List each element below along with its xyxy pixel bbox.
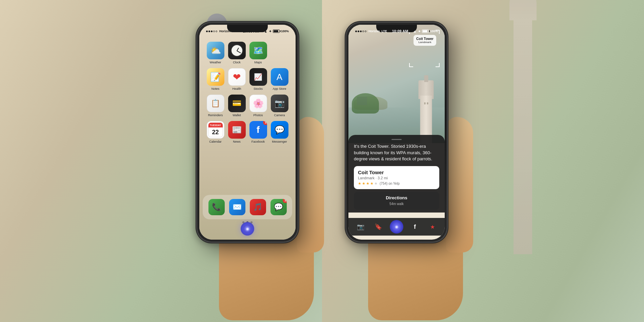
camera-icon: 📷 xyxy=(271,95,288,112)
ar-corner-br xyxy=(436,63,440,67)
clock-icon xyxy=(228,42,246,59)
carrier-right: Horizon xyxy=(368,29,380,33)
right-screen: Coit Tower Landmark Horiz xyxy=(348,25,445,240)
card-subtitle: Landmark · 3.2 mi xyxy=(358,176,435,180)
battery-right xyxy=(422,29,429,33)
app-camera[interactable]: 📷 Camera xyxy=(270,95,289,117)
star4: ★ xyxy=(370,181,374,186)
reminders-label: Reminders xyxy=(208,114,223,117)
app-news[interactable]: 📰 News xyxy=(227,121,246,143)
star2: ★ xyxy=(362,181,365,186)
rdot4 xyxy=(362,31,364,32)
status-right-left: ▲ ✦ 100% xyxy=(264,29,289,33)
signal-dots-r xyxy=(355,31,366,32)
health-icon: ❤ xyxy=(228,68,246,86)
ar-yelp-icon[interactable]: ★ xyxy=(426,221,439,233)
battery-fill-left xyxy=(274,30,278,32)
phones-container: Horizon LTE 10:09 AM ▲ ✦ 100% xyxy=(0,0,644,322)
clock-face xyxy=(231,44,243,57)
siri-button-left[interactable]: ◉ xyxy=(241,222,254,236)
facebook-icon: f 1 xyxy=(249,121,267,139)
messages-icon: 💬 1 xyxy=(270,199,287,215)
directions-label: Directions xyxy=(357,195,436,200)
tower-windows xyxy=(424,102,428,104)
dot4 xyxy=(213,31,215,32)
weather-label: Weather xyxy=(210,61,221,64)
right-status-bar: Horizon LTE 10:09 AM ▲ ✦ 100% xyxy=(348,25,445,36)
card-reviews: (754) on Yelp xyxy=(380,182,400,185)
app-wallet[interactable]: 💳 Wallet xyxy=(227,95,246,117)
ar-trees xyxy=(352,93,379,114)
app-health[interactable]: ❤ Health xyxy=(227,68,246,90)
phone-icon: 📞 xyxy=(208,199,225,215)
app-calendar[interactable]: TUESDAY 22 Calendar xyxy=(206,121,225,143)
appstore-icon: A xyxy=(271,68,288,86)
star3: ★ xyxy=(366,181,369,186)
directions-button[interactable]: Directions 54m walk xyxy=(354,192,439,210)
app-appstore[interactable]: A App Store xyxy=(270,68,289,90)
app-grid: ⛅ Weather Clock xyxy=(199,38,296,147)
window1 xyxy=(424,102,425,104)
facebook-badge: 1 xyxy=(263,121,267,125)
ar-siri-button[interactable]: ◉ xyxy=(390,220,403,234)
ar-siri-icon: ◉ xyxy=(395,224,398,229)
app-stocks[interactable]: 📈 Stocks xyxy=(249,68,267,90)
app-reminders[interactable]: 📋 Reminders xyxy=(206,95,225,117)
messenger-label: Messenger xyxy=(272,140,287,143)
mail-icon: ✉️ xyxy=(229,199,245,215)
card-stars: ★ ★ ★ ★ ★ (754) on Yelp xyxy=(358,181,435,186)
ar-facebook-icon[interactable]: f xyxy=(409,221,421,233)
card-title: Coit Tower xyxy=(358,169,435,175)
window2 xyxy=(427,102,428,104)
dot2 xyxy=(208,31,210,32)
ar-landmark-label: Coit Tower Landmark xyxy=(414,35,436,46)
app-maps[interactable]: 🗺️ Maps xyxy=(249,42,267,64)
notch-left xyxy=(227,25,268,32)
dock-phone[interactable]: 📞 xyxy=(208,199,225,215)
app-photos[interactable]: 🌸 Photos xyxy=(249,95,267,117)
left-phone-wrapper: Horizon LTE 10:09 AM ▲ ✦ 100% xyxy=(183,22,312,300)
siri-inner-left: ◉ xyxy=(243,225,251,233)
app-weather[interactable]: ⛅ Weather xyxy=(206,42,225,64)
ar-landmark-type: Landmark xyxy=(416,41,434,44)
camera-label: Camera xyxy=(274,114,285,117)
ar-bookmark-icon[interactable]: 🔖 xyxy=(372,221,384,233)
news-icon: 📰 xyxy=(228,121,246,139)
app-messenger[interactable]: 💬 Messenger xyxy=(270,121,289,143)
dock-mail[interactable]: ✉️ xyxy=(229,199,245,215)
ar-camera-icon[interactable]: 📷 xyxy=(355,221,367,233)
app-facebook[interactable]: f 1 Facebook xyxy=(249,121,267,143)
rdot1 xyxy=(355,31,357,32)
dock-messages[interactable]: 💬 1 xyxy=(270,199,287,215)
clock-minute-hand xyxy=(237,51,241,53)
rdot5 xyxy=(365,31,366,32)
coit-tower xyxy=(414,82,438,143)
directions-sub: 54m walk xyxy=(389,202,404,206)
bluetooth-r: ✦ xyxy=(418,29,421,33)
app-notes[interactable]: 📝 Notes xyxy=(206,68,225,90)
left-iphone: Horizon LTE 10:09 AM ▲ ✦ 100% xyxy=(197,22,298,242)
rdot2 xyxy=(358,31,359,32)
ar-bottom-bar: 📷 🔖 ◉ f ★ xyxy=(348,218,445,236)
status-right-r: ▲ ✦ 100% xyxy=(413,29,438,33)
dock: 📞 ✉️ 🎵 💬 xyxy=(203,195,292,219)
cal-header: TUESDAY xyxy=(208,123,223,127)
app-clock[interactable]: Clock xyxy=(227,42,246,64)
maps-label: Maps xyxy=(254,61,262,64)
time-right: 10:09 AM xyxy=(392,29,408,33)
signal-dots xyxy=(206,31,217,32)
star5: ★ xyxy=(374,181,378,186)
music-icon: 🎵 xyxy=(250,199,266,215)
signal-r: ▲ xyxy=(413,29,417,33)
messages-badge: 1 xyxy=(283,199,287,203)
cal-day: 22 xyxy=(208,127,223,137)
battery-left xyxy=(273,29,280,33)
appstore-label: App Store xyxy=(273,87,286,90)
calendar-icon: TUESDAY 22 xyxy=(207,121,224,139)
right-iphone: Coit Tower Landmark Horiz xyxy=(346,22,447,242)
card-detail-section: Coit Tower Landmark · 3.2 mi ★ ★ ★ ★ ★ (… xyxy=(354,166,439,189)
facebook-label: Facebook xyxy=(251,140,265,143)
card-description: It's the Coit Tower. Storied 1930s-era b… xyxy=(354,143,439,162)
ar-image: Coit Tower Landmark xyxy=(348,25,445,143)
dock-music[interactable]: 🎵 xyxy=(250,199,266,215)
